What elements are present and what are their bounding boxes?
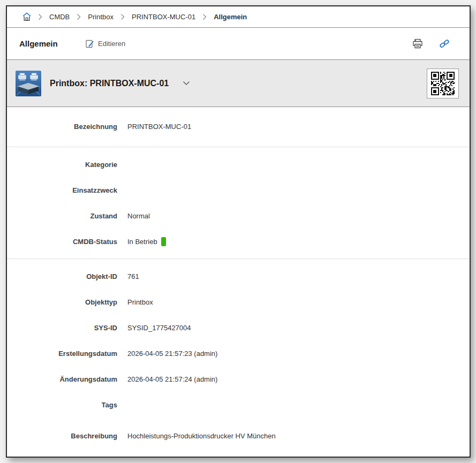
printbox-object-icon <box>16 71 41 96</box>
field-label: Objekttyp <box>7 298 117 306</box>
field-label: Beschreibung <box>7 432 117 440</box>
print-button[interactable] <box>410 36 426 52</box>
field-label: Bezeichnung <box>7 123 117 131</box>
field-label: SYS-ID <box>7 324 117 332</box>
field-section: KategorieEinsatzzweckZustandNormalCMDB-S… <box>7 147 470 259</box>
breadcrumb-separator-icon <box>202 13 207 20</box>
field-row: Erstellungsdatum2026-04-05 21:57:23 (adm… <box>7 340 470 366</box>
field-row: SYS-IDSYSID_1775427004 <box>7 315 470 340</box>
field-row: ZustandNormal <box>7 203 470 229</box>
field-section: BezeichnungPRINTBOX-MUC-01 <box>7 107 470 147</box>
field-label: CMDB-Status <box>7 238 117 246</box>
field-value: Hochleistungs-Produktionsdrucker HV Münc… <box>127 432 276 440</box>
breadcrumb-separator-icon <box>120 13 125 20</box>
field-label: Einsatzzweck <box>7 186 117 194</box>
field-label: Erstellungsdatum <box>7 350 117 358</box>
field-row: Änderungsdatum2026-04-05 21:57:24 (admin… <box>7 366 470 392</box>
field-value: 2026-04-05 21:57:23 (admin) <box>127 350 217 358</box>
field-row: Objekt-ID761 <box>7 263 470 289</box>
field-label: Kategorie <box>7 161 117 169</box>
object-title: Printbox: PRINTBOX-MUC-01 <box>50 79 169 88</box>
record-fields: BezeichnungPRINTBOX-MUC-01KategorieEinsa… <box>7 107 470 453</box>
breadcrumb-item[interactable]: Printbox <box>88 13 114 21</box>
breadcrumb: CMDBPrintboxPRINTBOX-MUC-01Allgemein <box>7 6 470 28</box>
field-row: Einsatzzweck <box>7 177 470 203</box>
breadcrumb-item[interactable]: CMDB <box>49 13 70 21</box>
breadcrumb-separator-icon <box>77 13 81 20</box>
field-value: 2026-04-05 21:57:24 (admin) <box>127 375 217 383</box>
status-badge <box>161 237 166 246</box>
category-title: Allgemein <box>19 39 67 48</box>
field-row: BezeichnungPRINTBOX-MUC-01 <box>7 113 470 139</box>
home-icon <box>22 12 31 21</box>
field-row: ObjekttypPrintbox <box>7 289 470 315</box>
field-row: Tags <box>7 392 470 418</box>
chevron-down-icon[interactable] <box>183 81 190 86</box>
qr-code <box>427 69 459 98</box>
breadcrumb-separator-icon <box>38 13 42 20</box>
field-section: Objekt-ID761ObjekttypPrintboxSYS-IDSYSID… <box>7 259 470 453</box>
object-header: Printbox: PRINTBOX-MUC-01 <box>7 60 470 107</box>
printer-icon <box>412 39 423 49</box>
chain-link-icon <box>439 38 450 50</box>
field-label: Zustand <box>7 212 117 220</box>
field-value: Normal <box>127 212 150 220</box>
field-value: In Betrieb <box>127 237 166 246</box>
page-frame: CMDBPrintboxPRINTBOX-MUC-01Allgemein All… <box>6 5 471 458</box>
breadcrumb-item: Allgemein <box>214 13 247 21</box>
edit-pencil-icon <box>85 39 95 49</box>
field-label: Tags <box>7 401 117 409</box>
breadcrumb-item[interactable]: PRINTBOX-MUC-01 <box>132 13 195 21</box>
field-row: BeschreibungHochleistungs-Produktionsdru… <box>7 423 470 449</box>
field-value: 761 <box>127 272 139 280</box>
field-label: Änderungsdatum <box>7 375 117 383</box>
home-breadcrumb-link[interactable] <box>22 12 31 21</box>
permalink-button[interactable] <box>436 36 452 52</box>
edit-button[interactable]: Editieren <box>85 39 125 49</box>
field-value: SYSID_1775427004 <box>127 324 191 332</box>
field-value: PRINTBOX-MUC-01 <box>127 123 191 131</box>
field-row: CMDB-StatusIn Betrieb <box>7 229 470 254</box>
field-value: Printbox <box>127 298 153 306</box>
field-label: Objekt-ID <box>7 272 117 280</box>
field-row: Kategorie <box>7 151 470 177</box>
category-toolbar: Allgemein Editieren <box>7 28 470 60</box>
edit-button-label: Editieren <box>98 40 125 48</box>
